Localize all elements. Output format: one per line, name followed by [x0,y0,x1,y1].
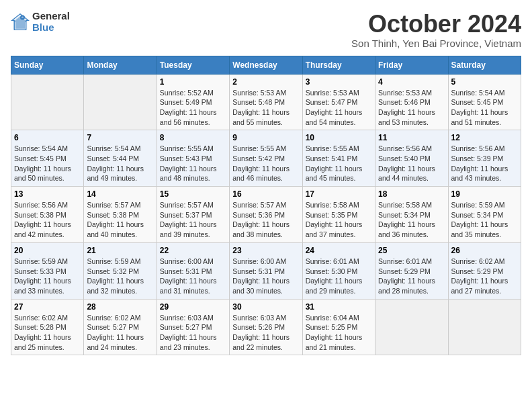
calendar-cell: 26Sunrise: 6:02 AM Sunset: 5:29 PM Dayli… [448,242,521,299]
calendar-cell: 15Sunrise: 5:57 AM Sunset: 5:37 PM Dayli… [157,187,229,243]
day-content: Sunrise: 6:03 AM Sunset: 5:26 PM Dayligh… [232,313,299,353]
day-content: Sunrise: 6:00 AM Sunset: 5:31 PM Dayligh… [160,257,226,296]
calendar-cell: 21Sunrise: 5:59 AM Sunset: 5:32 PM Dayli… [84,242,157,299]
day-number: 14 [87,189,153,199]
day-content: Sunrise: 5:59 AM Sunset: 5:32 PM Dayligh… [87,257,153,296]
day-number: 13 [14,189,81,199]
day-content: Sunrise: 6:02 AM Sunset: 5:29 PM Dayligh… [451,257,518,296]
calendar-cell: 13Sunrise: 5:56 AM Sunset: 5:38 PM Dayli… [11,187,84,243]
calendar-week-4: 20Sunrise: 5:59 AM Sunset: 5:33 PM Dayli… [11,242,521,299]
calendar-cell: 24Sunrise: 6:01 AM Sunset: 5:30 PM Dayli… [302,242,375,299]
calendar-cell: 2Sunrise: 5:53 AM Sunset: 5:48 PM Daylig… [230,74,302,130]
day-content: Sunrise: 5:56 AM Sunset: 5:39 PM Dayligh… [451,144,518,183]
calendar-cell: 14Sunrise: 5:57 AM Sunset: 5:38 PM Dayli… [84,187,157,243]
calendar-cell: 8Sunrise: 5:55 AM Sunset: 5:43 PM Daylig… [157,130,229,187]
day-number: 2 [232,77,299,87]
calendar-cell [448,299,521,355]
day-number: 16 [232,189,299,199]
calendar-week-3: 13Sunrise: 5:56 AM Sunset: 5:38 PM Dayli… [11,187,521,243]
day-content: Sunrise: 5:56 AM Sunset: 5:38 PM Dayligh… [14,200,81,240]
calendar-cell: 16Sunrise: 5:57 AM Sunset: 5:36 PM Dayli… [230,187,302,243]
logo-text: General Blue [32,11,70,33]
calendar-table: Sunday Monday Tuesday Wednesday Thursday… [11,56,521,356]
day-content: Sunrise: 5:57 AM Sunset: 5:36 PM Dayligh… [232,200,299,240]
day-number: 17 [306,189,372,199]
day-content: Sunrise: 5:59 AM Sunset: 5:33 PM Dayligh… [14,257,81,296]
calendar-cell: 31Sunrise: 6:04 AM Sunset: 5:25 PM Dayli… [302,299,375,355]
day-content: Sunrise: 5:54 AM Sunset: 5:45 PM Dayligh… [14,144,81,183]
calendar-cell: 30Sunrise: 6:03 AM Sunset: 5:26 PM Dayli… [230,299,302,355]
calendar-cell: 27Sunrise: 6:02 AM Sunset: 5:28 PM Dayli… [11,299,84,355]
day-content: Sunrise: 6:00 AM Sunset: 5:31 PM Dayligh… [232,257,299,296]
calendar-body: 1Sunrise: 5:52 AM Sunset: 5:49 PM Daylig… [11,74,521,355]
day-number: 3 [306,77,372,87]
calendar-cell [11,74,84,130]
day-content: Sunrise: 6:02 AM Sunset: 5:27 PM Dayligh… [87,313,153,353]
day-content: Sunrise: 6:01 AM Sunset: 5:29 PM Dayligh… [378,257,445,296]
calendar-cell: 29Sunrise: 6:03 AM Sunset: 5:27 PM Dayli… [157,299,229,355]
day-content: Sunrise: 5:57 AM Sunset: 5:38 PM Dayligh… [87,200,153,240]
day-number: 1 [160,77,226,87]
calendar-cell: 22Sunrise: 6:00 AM Sunset: 5:31 PM Dayli… [157,242,229,299]
day-content: Sunrise: 5:56 AM Sunset: 5:40 PM Dayligh… [378,144,445,183]
day-number: 11 [378,133,445,142]
calendar-cell: 12Sunrise: 5:56 AM Sunset: 5:39 PM Dayli… [448,130,521,187]
calendar-cell: 9Sunrise: 5:55 AM Sunset: 5:42 PM Daylig… [230,130,302,187]
calendar-cell: 6Sunrise: 5:54 AM Sunset: 5:45 PM Daylig… [11,130,84,187]
calendar-cell: 1Sunrise: 5:52 AM Sunset: 5:49 PM Daylig… [157,74,229,130]
calendar-cell: 3Sunrise: 5:53 AM Sunset: 5:47 PM Daylig… [302,74,375,130]
calendar-cell: 25Sunrise: 6:01 AM Sunset: 5:29 PM Dayli… [375,242,448,299]
calendar-header: Sunday Monday Tuesday Wednesday Thursday… [11,56,521,74]
calendar-cell: 7Sunrise: 5:54 AM Sunset: 5:44 PM Daylig… [84,130,157,187]
calendar-week-2: 6Sunrise: 5:54 AM Sunset: 5:45 PM Daylig… [11,130,521,187]
day-number: 26 [451,246,518,255]
day-number: 9 [232,133,299,142]
col-sunday: Sunday [11,56,84,74]
col-thursday: Thursday [302,56,375,74]
day-content: Sunrise: 5:59 AM Sunset: 5:34 PM Dayligh… [451,200,518,240]
day-content: Sunrise: 5:53 AM Sunset: 5:47 PM Dayligh… [306,88,372,128]
col-monday: Monday [84,56,157,74]
calendar-cell: 23Sunrise: 6:00 AM Sunset: 5:31 PM Dayli… [230,242,302,299]
day-content: Sunrise: 5:58 AM Sunset: 5:34 PM Dayligh… [378,200,445,240]
calendar-week-1: 1Sunrise: 5:52 AM Sunset: 5:49 PM Daylig… [11,74,521,130]
col-saturday: Saturday [448,56,521,74]
calendar-cell: 28Sunrise: 6:02 AM Sunset: 5:27 PM Dayli… [84,299,157,355]
day-content: Sunrise: 5:55 AM Sunset: 5:43 PM Dayligh… [160,144,226,183]
day-content: Sunrise: 5:58 AM Sunset: 5:35 PM Dayligh… [306,200,372,240]
calendar-cell [375,299,448,355]
logo-icon [11,13,30,32]
day-number: 19 [451,189,518,199]
calendar-cell: 20Sunrise: 5:59 AM Sunset: 5:33 PM Dayli… [11,242,84,299]
calendar-cell [84,74,157,130]
day-content: Sunrise: 5:54 AM Sunset: 5:44 PM Dayligh… [87,144,153,183]
day-content: Sunrise: 6:02 AM Sunset: 5:28 PM Dayligh… [14,313,81,353]
day-content: Sunrise: 6:03 AM Sunset: 5:27 PM Dayligh… [160,313,226,353]
day-content: Sunrise: 5:54 AM Sunset: 5:45 PM Dayligh… [451,88,518,128]
day-content: Sunrise: 5:57 AM Sunset: 5:37 PM Dayligh… [160,200,226,240]
day-content: Sunrise: 6:01 AM Sunset: 5:30 PM Dayligh… [306,257,372,296]
day-number: 8 [160,133,226,142]
calendar-cell: 19Sunrise: 5:59 AM Sunset: 5:34 PM Dayli… [448,187,521,243]
calendar-cell: 4Sunrise: 5:53 AM Sunset: 5:46 PM Daylig… [375,74,448,130]
day-content: Sunrise: 5:52 AM Sunset: 5:49 PM Dayligh… [160,88,226,128]
day-number: 7 [87,133,153,142]
day-number: 6 [14,133,81,142]
day-number: 12 [451,133,518,142]
col-friday: Friday [375,56,448,74]
day-number: 23 [232,246,299,255]
day-number: 10 [306,133,372,142]
location-title: Son Thinh, Yen Bai Province, Vietnam [351,38,521,49]
calendar-cell: 18Sunrise: 5:58 AM Sunset: 5:34 PM Dayli… [375,187,448,243]
day-number: 30 [232,302,299,312]
col-wednesday: Wednesday [230,56,302,74]
calendar-cell: 17Sunrise: 5:58 AM Sunset: 5:35 PM Dayli… [302,187,375,243]
day-number: 21 [87,246,153,255]
logo-general-text: General [32,11,70,22]
day-number: 4 [378,77,445,87]
day-content: Sunrise: 5:55 AM Sunset: 5:41 PM Dayligh… [306,144,372,183]
calendar-week-5: 27Sunrise: 6:02 AM Sunset: 5:28 PM Dayli… [11,299,521,355]
day-number: 25 [378,246,445,255]
calendar-cell: 5Sunrise: 5:54 AM Sunset: 5:45 PM Daylig… [448,74,521,130]
day-number: 5 [451,77,518,87]
